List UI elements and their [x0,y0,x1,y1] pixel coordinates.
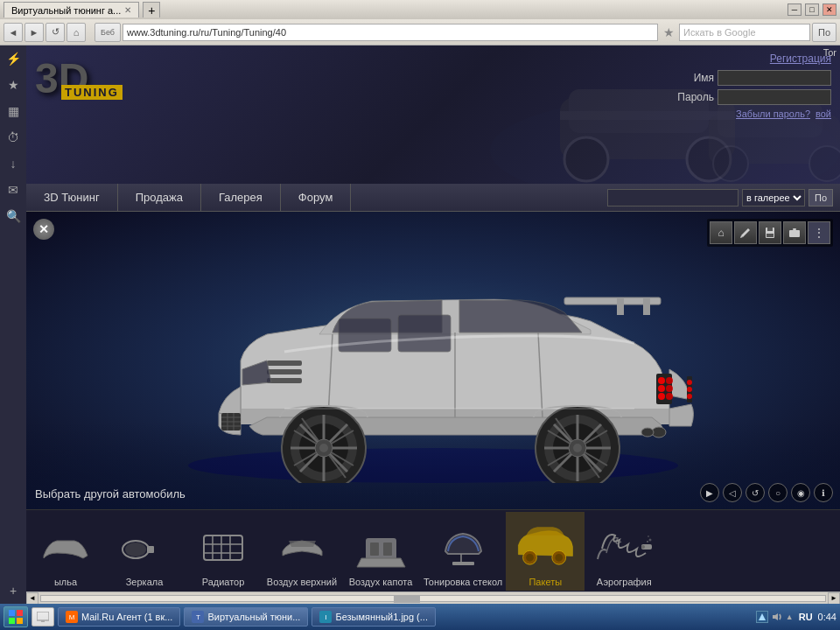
nav-search-input[interactable] [607,189,738,206]
systray-network-icon[interactable] [756,611,768,623]
window-controls: ─ □ ✕ [788,4,836,16]
part-icon-air-hood [350,521,411,573]
nav-gallery[interactable]: Галерея [201,184,281,212]
language-indicator[interactable]: RU [799,612,813,622]
part-item-bumper[interactable]: ыльа [26,512,105,591]
mirrors-icon [118,525,171,569]
start-button[interactable] [4,606,28,627]
toolbar-save-icon[interactable] [759,221,781,244]
ctrl-info-btn[interactable]: ℹ [814,483,833,502]
show-desktop-btn[interactable] [32,607,54,626]
close-car-btn[interactable]: ✕ [33,219,54,240]
opera-tab-active[interactable]: Виртуальный тюнинг а... ✕ [4,2,139,18]
sidebar-mail[interactable]: ✉ [4,180,23,200]
scroll-thumb-h[interactable] [394,596,420,603]
browser-sidebar: ⚡ ★ ▦ ⏱ ↓ ✉ 🔍 + [0,46,26,604]
part-icon-tint [432,521,494,573]
part-icon-bumper [35,521,96,573]
header-right: Регистрация Имя Пароль Забыли пароль? во… [670,52,831,119]
part-item-radiator[interactable]: Радиатор [184,512,262,591]
taskbar: M Mail.Ru Агент (1 вк... T Виртуальный т… [0,604,840,630]
sidebar-download[interactable]: ↓ [4,154,23,173]
part-label-1: ыльа [54,577,77,587]
new-tab-btn[interactable]: + [143,2,160,18]
login-row: Имя [670,70,831,86]
toolbar-camera-icon[interactable] [783,221,806,244]
car-image-container [127,238,739,483]
ctrl-prev-btn[interactable]: ◁ [723,483,742,502]
nav-search-btn[interactable]: По [808,189,833,206]
part-item-tint[interactable]: Тонировка стекол [420,512,506,591]
minimize-btn[interactable]: ─ [788,4,802,16]
svg-rect-44 [267,369,302,374]
nav-search-select[interactable]: в галерее [742,189,805,206]
airbrush-icon [593,522,654,570]
reg-link[interactable]: Регистрация [670,52,831,65]
choose-car-text[interactable]: Выбрать другой автомобиль [35,487,186,500]
sidebar-tab[interactable]: ▦ [4,102,23,121]
refresh-btn[interactable]: ↺ [46,23,65,42]
svg-point-33 [666,377,673,384]
nav-sale[interactable]: Продажа [118,184,201,212]
tab-close-btn[interactable]: ✕ [124,5,131,15]
back-btn[interactable]: ◄ [4,23,23,42]
scroll-right-btn[interactable]: ► [828,592,840,605]
search-go-btn[interactable]: По [812,23,836,42]
display-controls: ▶ ◁ ↺ ○ ◉ ℹ [700,483,833,502]
main-content: ⚡ ★ ▦ ⏱ ↓ ✉ 🔍 + [0,46,840,604]
sidebar-search[interactable]: 🔍 [4,206,23,226]
maximize-btn[interactable]: □ [805,4,819,16]
toolbar-more-icon[interactable]: ⋮ [808,221,830,244]
ctrl-zoom-btn[interactable]: ○ [768,483,788,502]
ctrl-rotate-btn[interactable]: ↺ [746,483,765,502]
bookmark-btn[interactable]: Беб [94,23,121,42]
nav-forum[interactable]: Форум [281,184,352,212]
part-item-air-hood[interactable]: Воздух капота [341,512,420,591]
scroll-left-btn[interactable]: ◄ [26,592,38,605]
browser-frame: Виртуальный тюнинг а... ✕ + ─ □ ✕ ◄ ► ↺ … [0,0,840,630]
part-item-airbrush[interactable]: Аэрография [584,512,663,591]
systray-volume-icon[interactable] [771,611,783,623]
nav-search-area: в галерее По [607,189,840,206]
car-display: ✕ ⌂ ⋮ [26,212,840,509]
parts-bar: ыльа Зеркала [26,509,840,592]
forward-btn[interactable]: ► [24,23,44,42]
enter-link[interactable]: вой [816,108,831,119]
star-btn[interactable]: ★ [660,24,677,41]
address-text: www.3dtuning.ru/ru/Tuning/Tuning/40 [127,27,286,38]
address-bar[interactable]: www.3dtuning.ru/ru/Tuning/Tuning/40 [122,24,658,41]
site-nav: 3D Тюнинг Продажа Галерея Форум в галере… [26,184,840,212]
search-bar[interactable]: Искать в Google [679,24,810,41]
part-item-packages[interactable]: Пакеты [506,512,584,591]
scroll-track-h[interactable] [40,595,826,602]
sidebar-add[interactable]: + [4,581,23,600]
svg-point-57 [319,444,328,452]
sidebar-speed-dial[interactable]: ⚡ [4,49,23,68]
password-input[interactable] [718,89,831,105]
windows-logo-icon [8,609,24,625]
logo-tuning-text: TUNING [61,85,122,100]
part-item-air-top[interactable]: Воздух верхний [262,512,341,591]
forgot-link[interactable]: Забыли пароль? [736,108,810,119]
ctrl-camera-btn[interactable]: ◉ [791,483,810,502]
svg-rect-43 [267,360,302,366]
taskbar-tuning[interactable]: T Виртуальный тюни... [184,607,308,626]
nav-3d-tuning[interactable]: 3D Тюнинг [26,184,118,212]
svg-point-2 [564,137,608,181]
sidebar-bookmark[interactable]: ★ [4,75,23,94]
ctrl-play-btn[interactable]: ▶ [700,483,719,502]
taskbar-mail-agent[interactable]: M Mail.Ru Агент (1 вк... [58,607,180,626]
part-icon-air-top [271,521,332,573]
home-btn[interactable]: ⌂ [66,23,86,42]
taskbar-image[interactable]: I Безымянный1.jpg (... [312,607,436,626]
svg-point-38 [687,387,692,392]
site-logo[interactable]: 3D TUNING [35,54,140,107]
sidebar-history[interactable]: ⏱ [4,128,23,147]
close-btn[interactable]: ✕ [822,4,836,16]
horizontal-scrollbar: ◄ ► [26,592,840,604]
svg-point-89 [556,553,564,561]
svg-rect-97 [9,618,15,624]
systray-more-icon[interactable]: ▲ [786,612,794,621]
login-input[interactable] [718,70,831,86]
part-item-mirrors[interactable]: Зеркала [105,512,184,591]
